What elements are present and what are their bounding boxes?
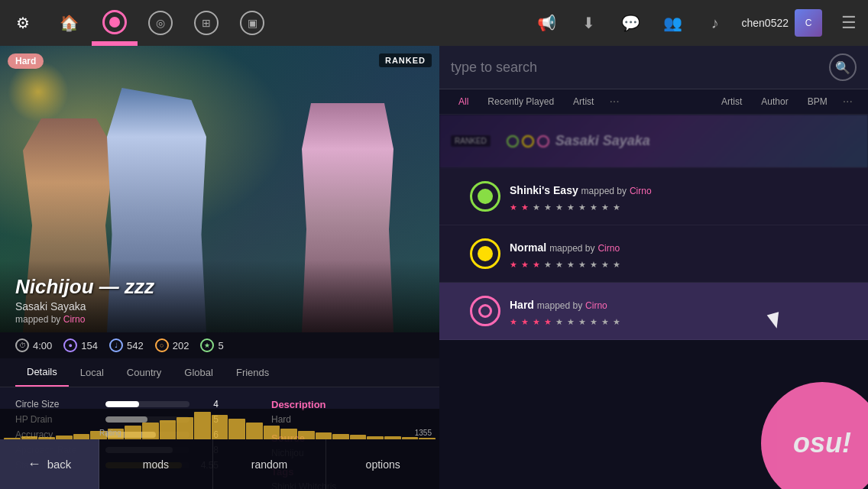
taiko-mode-icon[interactable]: ◎	[138, 0, 183, 46]
filter-recently-played[interactable]: Recently Played	[480, 93, 562, 110]
beatmap-card: RANKED Hard Nichijou — zzz Sasaki Sayaka…	[0, 46, 439, 332]
beatmap-mapper: mapped by Cirno	[15, 314, 424, 325]
filter-artist-right[interactable]: Artist	[714, 93, 750, 110]
difficulty-item-normal[interactable]: Normal mapped by Cirno	[439, 225, 868, 283]
tab-global[interactable]: Global	[173, 359, 225, 386]
h-star-8	[590, 314, 599, 323]
bpm-value: 542	[127, 340, 144, 351]
beatmap-title: Nichijou — zzz	[15, 275, 424, 299]
normal-inner	[478, 246, 493, 261]
chart-bar	[298, 431, 315, 439]
chart-label: Rating	[99, 429, 121, 437]
osu-mode-icon[interactable]	[92, 0, 138, 46]
n-star-4	[544, 257, 553, 266]
settings-icon[interactable]: ⚙	[0, 0, 46, 46]
tab-local[interactable]: Local	[69, 359, 115, 386]
chart-bar	[177, 417, 193, 439]
catch-mode-icon[interactable]: ⊞	[183, 0, 229, 46]
avatar: C	[795, 9, 822, 37]
user-area[interactable]: chen0522 C	[734, 9, 830, 37]
combo-icon: ○	[155, 338, 169, 352]
circle-size-bar	[105, 401, 189, 407]
n-star-6	[567, 257, 576, 266]
chart-bar	[246, 423, 263, 439]
circle-size-row: Circle Size 4	[15, 399, 256, 410]
list-item-artist-banner[interactable]: RANKED Sasaki Sayaka	[439, 115, 868, 168]
search-button[interactable]: 🔍	[829, 53, 857, 81]
right-panel: 🔍 All Recently Played Artist ··· Artist …	[439, 46, 868, 489]
chart-bar	[142, 423, 159, 439]
chart-bar	[228, 419, 245, 439]
download-icon[interactable]: ⬇	[569, 0, 607, 46]
filter-all[interactable]: All	[451, 93, 476, 110]
star-1	[510, 199, 519, 209]
difficulty-badge: Hard	[8, 53, 44, 69]
hard-stars	[510, 314, 857, 323]
h-star-9	[601, 314, 611, 323]
hard-inner	[478, 304, 492, 318]
h-star-3	[533, 314, 542, 323]
tab-country[interactable]: Country	[115, 359, 173, 386]
rating-chart: Rating 1355	[0, 409, 439, 439]
artist-mode-dots	[507, 135, 549, 147]
back-arrow-icon: ←	[28, 456, 41, 472]
n-star-8	[590, 257, 599, 266]
hard-diff-info: Hard mapped by Cirno	[510, 299, 857, 323]
chart-value: 1355	[415, 429, 432, 437]
easy-diff-info: Shinki's Easy mapped by Cirno	[510, 184, 857, 209]
filter-more-left[interactable]: ···	[605, 95, 623, 108]
easy-inner	[478, 189, 493, 204]
star-9	[601, 199, 611, 209]
music-icon[interactable]: ♪	[695, 0, 734, 46]
filter-bpm[interactable]: BPM	[800, 93, 835, 110]
n-star-7	[578, 257, 588, 266]
details-tabs: Details Local Country Global Friends	[0, 358, 439, 387]
filter-author[interactable]: Author	[753, 93, 795, 110]
announcement-icon[interactable]: 📢	[527, 0, 565, 46]
h-star-7	[578, 314, 588, 323]
filter-artist-left[interactable]: Artist	[565, 93, 601, 110]
home-icon[interactable]: 🏠	[46, 0, 92, 46]
beatmap-artist: Sasaki Sayaka	[15, 300, 424, 313]
star-7	[578, 199, 588, 209]
hard-circle-icon	[470, 296, 500, 326]
chart-bar	[280, 429, 297, 439]
easy-circle-icon	[470, 181, 500, 212]
mania-mode-icon[interactable]: ▣	[229, 0, 275, 46]
chart-bar	[125, 426, 141, 439]
main-content: RANKED Hard Nichijou — zzz Sasaki Sayaka…	[0, 46, 868, 489]
clock-icon: ⏱	[15, 338, 29, 352]
h-star-10	[613, 314, 622, 323]
stats-row: ⏱ 4:00 ● 154 ♩ 542 ○ 202 ★ 5	[0, 332, 439, 358]
chat-icon[interactable]: 💬	[611, 0, 649, 46]
difficulty-item-easy[interactable]: Shinki's Easy mapped by Cirno	[439, 168, 868, 225]
tab-details[interactable]: Details	[15, 358, 69, 387]
random-button[interactable]: random	[213, 439, 327, 489]
friends-icon[interactable]: 👥	[653, 0, 691, 46]
normal-stars	[510, 257, 857, 266]
bottom-bar: ← back mods random options	[0, 439, 439, 489]
chart-bar	[332, 434, 349, 439]
circle-size-label: Circle Size	[15, 399, 99, 410]
options-button[interactable]: options	[326, 439, 439, 489]
mods-button[interactable]: mods	[99, 439, 213, 489]
back-button[interactable]: ← back	[0, 439, 99, 489]
difficulty-item-hard[interactable]: Hard mapped by Cirno	[439, 283, 868, 340]
filter-more-right[interactable]: ···	[839, 95, 857, 108]
easy-diff-name: Shinki's Easy mapped by Cirno	[510, 184, 857, 196]
top-navigation: ⚙ 🏠 ◎ ⊞ ▣ 📢 ⬇ 💬 👥 ♪ chen0522 C ☰	[0, 0, 868, 46]
n-star-9	[601, 257, 611, 266]
filter-tabs: All Recently Played Artist ··· Artist Au…	[439, 89, 868, 115]
stat-combo: ○ 202	[155, 338, 189, 352]
search-input[interactable]	[451, 60, 821, 76]
combo-value: 202	[173, 340, 189, 351]
hamburger-icon[interactable]: ☰	[830, 0, 868, 46]
username-label: chen0522	[741, 17, 789, 29]
tab-friends[interactable]: Friends	[225, 359, 280, 386]
star-4	[544, 199, 553, 209]
search-bar: 🔍	[439, 46, 868, 89]
artist-banner-text: Sasaki Sayaka	[555, 133, 650, 149]
n-star-5	[555, 257, 565, 266]
h-star-5	[555, 314, 565, 323]
star-6	[567, 199, 576, 209]
